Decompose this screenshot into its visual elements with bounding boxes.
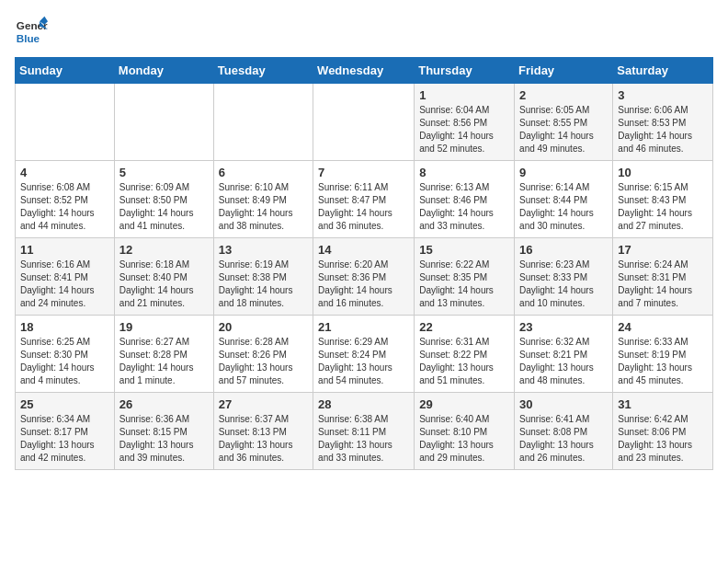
calendar-cell: 29Sunrise: 6:40 AM Sunset: 8:10 PM Dayli… <box>415 393 515 470</box>
day-info: Sunrise: 6:25 AM Sunset: 8:30 PM Dayligh… <box>20 336 109 387</box>
day-info: Sunrise: 6:28 AM Sunset: 8:26 PM Dayligh… <box>219 336 308 387</box>
day-info: Sunrise: 6:34 AM Sunset: 8:17 PM Dayligh… <box>20 413 109 465</box>
day-info: Sunrise: 6:11 AM Sunset: 8:47 PM Dayligh… <box>318 181 409 233</box>
logo-icon: General Blue <box>15 15 48 48</box>
day-info: Sunrise: 6:23 AM Sunset: 8:33 PM Dayligh… <box>519 259 608 310</box>
day-info: Sunrise: 6:14 AM Sunset: 8:44 PM Dayligh… <box>519 181 608 233</box>
day-info: Sunrise: 6:41 AM Sunset: 8:08 PM Dayligh… <box>519 413 608 465</box>
svg-text:Blue: Blue <box>17 32 40 44</box>
day-info: Sunrise: 6:32 AM Sunset: 8:21 PM Dayligh… <box>519 336 608 387</box>
day-number: 10 <box>618 166 708 179</box>
weekday-header-tuesday: Tuesday <box>213 58 313 84</box>
day-number: 14 <box>318 243 409 257</box>
calendar-cell: 5Sunrise: 6:09 AM Sunset: 8:50 PM Daylig… <box>114 161 213 238</box>
calendar-cell: 9Sunrise: 6:14 AM Sunset: 8:44 PM Daylig… <box>515 161 613 238</box>
day-number: 4 <box>20 166 109 179</box>
day-number: 30 <box>519 397 608 411</box>
calendar-cell: 14Sunrise: 6:20 AM Sunset: 8:36 PM Dayli… <box>313 238 415 316</box>
day-info: Sunrise: 6:08 AM Sunset: 8:52 PM Dayligh… <box>20 181 109 233</box>
calendar-cell <box>313 84 415 161</box>
calendar-cell: 11Sunrise: 6:16 AM Sunset: 8:41 PM Dayli… <box>16 238 115 316</box>
day-info: Sunrise: 6:18 AM Sunset: 8:40 PM Dayligh… <box>119 259 209 310</box>
day-info: Sunrise: 6:13 AM Sunset: 8:46 PM Dayligh… <box>419 181 509 233</box>
day-info: Sunrise: 6:09 AM Sunset: 8:50 PM Dayligh… <box>119 181 209 233</box>
day-number: 7 <box>318 166 409 179</box>
calendar-cell: 17Sunrise: 6:24 AM Sunset: 8:31 PM Dayli… <box>613 238 713 316</box>
calendar-cell: 1Sunrise: 6:04 AM Sunset: 8:56 PM Daylig… <box>415 84 515 161</box>
day-info: Sunrise: 6:05 AM Sunset: 8:55 PM Dayligh… <box>519 104 608 155</box>
day-number: 17 <box>618 243 708 257</box>
weekday-header-thursday: Thursday <box>415 58 515 84</box>
day-number: 24 <box>618 320 708 334</box>
day-number: 21 <box>318 320 409 334</box>
calendar-cell: 19Sunrise: 6:27 AM Sunset: 8:28 PM Dayli… <box>114 316 213 393</box>
page-header: General Blue <box>15 15 713 48</box>
calendar-cell: 21Sunrise: 6:29 AM Sunset: 8:24 PM Dayli… <box>313 316 415 393</box>
day-number: 1 <box>419 88 509 102</box>
day-info: Sunrise: 6:29 AM Sunset: 8:24 PM Dayligh… <box>318 336 409 387</box>
logo: General Blue <box>15 15 51 48</box>
calendar-cell: 18Sunrise: 6:25 AM Sunset: 8:30 PM Dayli… <box>16 316 115 393</box>
calendar-cell <box>213 84 313 161</box>
calendar-cell: 20Sunrise: 6:28 AM Sunset: 8:26 PM Dayli… <box>213 316 313 393</box>
calendar-cell: 16Sunrise: 6:23 AM Sunset: 8:33 PM Dayli… <box>515 238 613 316</box>
day-number: 11 <box>20 243 109 257</box>
calendar-cell: 27Sunrise: 6:37 AM Sunset: 8:13 PM Dayli… <box>213 393 313 470</box>
day-info: Sunrise: 6:38 AM Sunset: 8:11 PM Dayligh… <box>318 413 409 465</box>
calendar-cell: 4Sunrise: 6:08 AM Sunset: 8:52 PM Daylig… <box>16 161 115 238</box>
day-number: 26 <box>119 397 209 411</box>
calendar-cell: 30Sunrise: 6:41 AM Sunset: 8:08 PM Dayli… <box>515 393 613 470</box>
day-info: Sunrise: 6:33 AM Sunset: 8:19 PM Dayligh… <box>618 336 708 387</box>
calendar-cell: 7Sunrise: 6:11 AM Sunset: 8:47 PM Daylig… <box>313 161 415 238</box>
day-number: 5 <box>119 166 209 179</box>
day-number: 23 <box>519 320 608 334</box>
day-number: 31 <box>618 397 708 411</box>
day-info: Sunrise: 6:40 AM Sunset: 8:10 PM Dayligh… <box>419 413 509 465</box>
day-info: Sunrise: 6:31 AM Sunset: 8:22 PM Dayligh… <box>419 336 509 387</box>
day-number: 8 <box>419 166 509 179</box>
day-number: 19 <box>119 320 209 334</box>
day-info: Sunrise: 6:20 AM Sunset: 8:36 PM Dayligh… <box>318 259 409 310</box>
calendar-cell: 25Sunrise: 6:34 AM Sunset: 8:17 PM Dayli… <box>16 393 115 470</box>
day-info: Sunrise: 6:15 AM Sunset: 8:43 PM Dayligh… <box>618 181 708 233</box>
day-number: 29 <box>419 397 509 411</box>
weekday-header-wednesday: Wednesday <box>313 58 415 84</box>
calendar-cell: 3Sunrise: 6:06 AM Sunset: 8:53 PM Daylig… <box>613 84 713 161</box>
calendar-cell <box>16 84 115 161</box>
day-number: 12 <box>119 243 209 257</box>
day-info: Sunrise: 6:42 AM Sunset: 8:06 PM Dayligh… <box>618 413 708 465</box>
calendar-table: SundayMondayTuesdayWednesdayThursdayFrid… <box>15 57 713 470</box>
calendar-cell: 23Sunrise: 6:32 AM Sunset: 8:21 PM Dayli… <box>515 316 613 393</box>
day-info: Sunrise: 6:19 AM Sunset: 8:38 PM Dayligh… <box>219 259 308 310</box>
day-info: Sunrise: 6:37 AM Sunset: 8:13 PM Dayligh… <box>219 413 308 465</box>
calendar-cell: 24Sunrise: 6:33 AM Sunset: 8:19 PM Dayli… <box>613 316 713 393</box>
day-info: Sunrise: 6:27 AM Sunset: 8:28 PM Dayligh… <box>119 336 209 387</box>
day-info: Sunrise: 6:36 AM Sunset: 8:15 PM Dayligh… <box>119 413 209 465</box>
day-info: Sunrise: 6:16 AM Sunset: 8:41 PM Dayligh… <box>20 259 109 310</box>
day-number: 15 <box>419 243 509 257</box>
day-info: Sunrise: 6:10 AM Sunset: 8:49 PM Dayligh… <box>219 181 308 233</box>
calendar-cell: 15Sunrise: 6:22 AM Sunset: 8:35 PM Dayli… <box>415 238 515 316</box>
weekday-header-friday: Friday <box>515 58 613 84</box>
day-number: 27 <box>219 397 308 411</box>
calendar-cell: 2Sunrise: 6:05 AM Sunset: 8:55 PM Daylig… <box>515 84 613 161</box>
calendar-cell <box>114 84 213 161</box>
calendar-cell: 10Sunrise: 6:15 AM Sunset: 8:43 PM Dayli… <box>613 161 713 238</box>
calendar-cell: 8Sunrise: 6:13 AM Sunset: 8:46 PM Daylig… <box>415 161 515 238</box>
day-info: Sunrise: 6:06 AM Sunset: 8:53 PM Dayligh… <box>618 104 708 155</box>
day-info: Sunrise: 6:22 AM Sunset: 8:35 PM Dayligh… <box>419 259 509 310</box>
calendar-cell: 6Sunrise: 6:10 AM Sunset: 8:49 PM Daylig… <box>213 161 313 238</box>
calendar-cell: 28Sunrise: 6:38 AM Sunset: 8:11 PM Dayli… <box>313 393 415 470</box>
calendar-cell: 31Sunrise: 6:42 AM Sunset: 8:06 PM Dayli… <box>613 393 713 470</box>
calendar-cell: 12Sunrise: 6:18 AM Sunset: 8:40 PM Dayli… <box>114 238 213 316</box>
day-number: 22 <box>419 320 509 334</box>
weekday-header-saturday: Saturday <box>613 58 713 84</box>
day-number: 25 <box>20 397 109 411</box>
day-number: 9 <box>519 166 608 179</box>
calendar-cell: 22Sunrise: 6:31 AM Sunset: 8:22 PM Dayli… <box>415 316 515 393</box>
calendar-cell: 13Sunrise: 6:19 AM Sunset: 8:38 PM Dayli… <box>213 238 313 316</box>
calendar-cell: 26Sunrise: 6:36 AM Sunset: 8:15 PM Dayli… <box>114 393 213 470</box>
day-number: 16 <box>519 243 608 257</box>
day-number: 6 <box>219 166 308 179</box>
day-number: 3 <box>618 88 708 102</box>
